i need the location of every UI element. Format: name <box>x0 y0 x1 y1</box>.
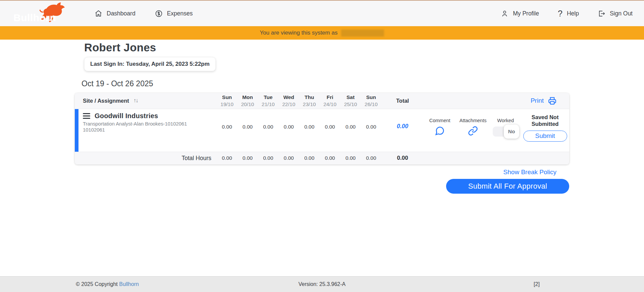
day-date: 24/10 <box>320 101 340 107</box>
hours-cell[interactable]: 0.00 <box>217 109 237 152</box>
day-column-header: Sun 19/10 <box>217 94 237 107</box>
nav-expenses-label: Expenses <box>167 10 193 17</box>
nav-my-profile-label: My Profile <box>513 10 539 17</box>
day-name: Sun <box>217 94 237 100</box>
footer-copyright: © 2025 Copyright Bullhorn <box>0 281 215 287</box>
footer-bullhorn-link[interactable]: Bullhorn <box>119 281 139 287</box>
impersonation-message: You are viewing this system as <box>260 30 338 36</box>
day-column-header: Tue 21/10 <box>258 94 278 107</box>
row-total-value: 0.00 <box>381 109 424 152</box>
day-name: Sun <box>361 94 381 100</box>
redacted-username <box>341 30 384 37</box>
week-period-label: Oct 19 - Oct 26 2025 <box>82 79 569 88</box>
sign-out-icon <box>598 10 605 17</box>
day-column-header: Wed 22/10 <box>278 94 299 107</box>
timesheet-header-row: Site / Assignment ↑↓ Sun 19/10 Mon 20/10… <box>75 93 569 109</box>
hours-cell[interactable]: 0.00 <box>278 109 299 152</box>
submit-all-for-approval-button[interactable]: Submit All For Approval <box>446 179 569 194</box>
attachment-link-icon <box>468 126 478 136</box>
page-title: Robert Jones <box>84 41 569 54</box>
nav-dashboard-label: Dashboard <box>107 10 136 17</box>
comment-section: Comment <box>424 109 456 152</box>
hours-cell[interactable]: 0.00 <box>340 109 361 152</box>
totals-row: Total Hours 0.00 0.00 0.00 0.00 0.00 0.0… <box>75 152 569 164</box>
day-date: 25/10 <box>340 101 361 107</box>
nav-help-label: Help <box>567 10 579 17</box>
main-area: Robert Jones Last Sign In: Tuesday, Apri… <box>0 40 644 276</box>
comment-button[interactable] <box>435 126 445 137</box>
worked-toggle-knob: No <box>504 125 519 139</box>
status-badge: Saved Not Submitted <box>523 114 567 128</box>
attachments-button[interactable] <box>468 126 478 137</box>
worked-section: Worked No <box>490 109 521 152</box>
user-nav: My Profile ? Help Sign Out <box>501 9 633 18</box>
attachments-label: Attachments <box>456 118 490 123</box>
show-break-policy-link[interactable]: Show Break Policy <box>503 168 556 176</box>
day-date: 23/10 <box>299 101 320 107</box>
bullhorn-logo[interactable]: Bullhorn <box>13 1 70 26</box>
total-hours-cell: 0.00 <box>361 155 381 161</box>
worked-toggle[interactable]: No <box>493 127 518 137</box>
day-date: 19/10 <box>217 101 237 107</box>
site-assignment-label: Site / Assignment <box>83 98 129 104</box>
nav-sign-out-label: Sign Out <box>610 10 633 17</box>
site-name: Goodwill Industries <box>95 112 158 120</box>
total-hours-cell: 0.00 <box>299 155 320 161</box>
total-hours-cell: 0.00 <box>340 155 361 161</box>
nav-my-profile[interactable]: My Profile <box>501 10 539 17</box>
copyright-text: © 2025 Copyright <box>76 281 118 287</box>
submit-button[interactable]: Submit <box>523 131 567 142</box>
total-hours-cell: 0.00 <box>237 155 258 161</box>
day-column-header: Mon 20/10 <box>237 94 258 107</box>
comment-label: Comment <box>424 118 456 123</box>
hours-cell[interactable]: 0.00 <box>237 109 258 152</box>
hours-cell[interactable]: 0.00 <box>299 109 320 152</box>
impersonation-banner: You are viewing this system as <box>0 26 644 40</box>
home-icon <box>95 10 102 17</box>
print-button[interactable]: Print <box>531 97 556 105</box>
day-column-header: Thu 23/10 <box>299 94 320 107</box>
day-name: Tue <box>258 94 278 100</box>
timesheet-card: Site / Assignment ↑↓ Sun 19/10 Mon 20/10… <box>75 93 569 164</box>
footer-version: Version: 25.3.962-A <box>215 281 429 287</box>
day-name: Fri <box>320 94 340 100</box>
day-column-header: Fri 24/10 <box>320 94 340 107</box>
assignment-line1: Transportation Analyst-Alan Brookes-1010… <box>83 121 207 127</box>
comment-icon <box>435 126 445 136</box>
day-date: 22/10 <box>278 101 299 107</box>
total-hours-cell: 0.00 <box>217 155 237 161</box>
dollar-circle-icon <box>155 10 163 17</box>
nav-help[interactable]: ? Help <box>558 9 579 18</box>
nav-expenses[interactable]: Expenses <box>155 10 193 17</box>
hours-cell[interactable]: 0.00 <box>361 109 381 152</box>
total-hours-cell: 0.00 <box>278 155 299 161</box>
day-date: 26/10 <box>361 101 381 107</box>
question-icon: ? <box>558 9 562 18</box>
grand-total-value: 0.00 <box>381 155 424 161</box>
day-date: 21/10 <box>258 101 278 107</box>
person-icon <box>501 10 508 17</box>
attachments-section: Attachments <box>456 109 490 152</box>
day-name: Thu <box>299 94 320 100</box>
row-status-bar <box>75 109 78 152</box>
day-name: Sat <box>340 94 361 100</box>
status-section: Saved Not Submitted Submit <box>521 109 569 152</box>
sort-icon[interactable]: ↑↓ <box>133 97 138 104</box>
day-column-header: Sun 26/10 <box>361 94 381 107</box>
row-menu-icon[interactable] <box>83 112 90 120</box>
hours-cell[interactable]: 0.00 <box>320 109 340 152</box>
nav-dashboard[interactable]: Dashboard <box>95 10 136 17</box>
day-name: Wed <box>278 94 299 100</box>
app-footer: © 2025 Copyright Bullhorn Version: 25.3.… <box>0 276 644 292</box>
total-hours-label: Total Hours <box>75 155 217 162</box>
assignment-line2: 10102061 <box>83 127 207 133</box>
logo-text: Bullhorn <box>13 12 56 23</box>
hours-cell[interactable]: 0.00 <box>258 109 278 152</box>
total-hours-cell: 0.00 <box>320 155 340 161</box>
total-column-header: Total <box>381 98 424 104</box>
timesheet-row: Goodwill Industries Transportation Analy… <box>75 109 569 152</box>
nav-sign-out[interactable]: Sign Out <box>598 10 633 17</box>
day-date: 20/10 <box>237 101 258 107</box>
worked-label: Worked <box>490 118 521 123</box>
last-sign-in-badge: Last Sign In: Tuesday, April 25, 2023 5:… <box>84 57 216 71</box>
